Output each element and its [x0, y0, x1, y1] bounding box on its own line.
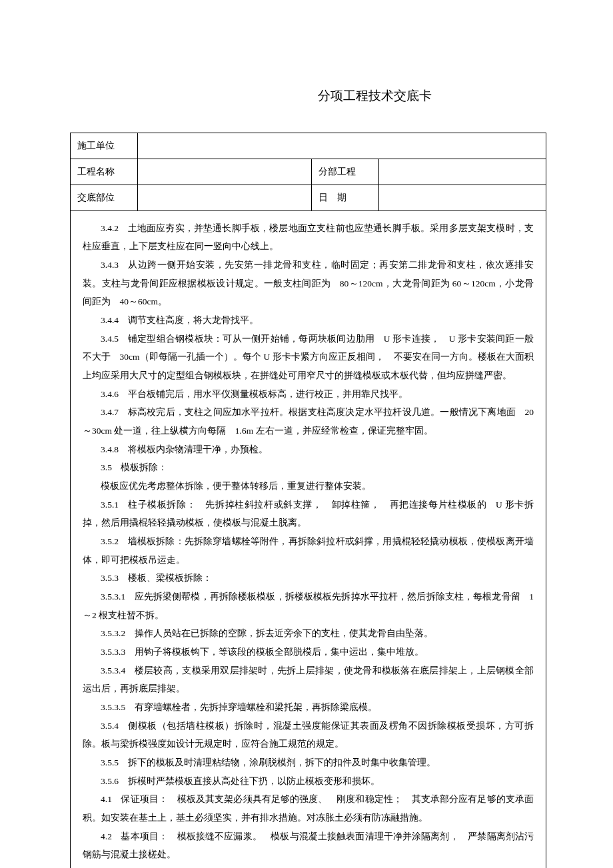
- para-3-5-3-5: 3.5.3.5 有穿墙螺栓者，先拆掉穿墙螺栓和梁托架，再拆除梁底模。: [83, 698, 534, 717]
- para-3-5-3: 3.5.3 楼板、梁模板拆除：: [83, 569, 534, 588]
- row-project-name: 工程名称 分部工程: [71, 159, 546, 185]
- para-3-5-4: 3.5.4 侧模板（包括墙柱模板）拆除时，混凝土强度能保证其表面及楞角不因拆除模…: [83, 717, 534, 753]
- para-3-4-8: 3.4.8 将模板内杂物清理干净，办预检。: [83, 440, 534, 459]
- para-4-1: 4.1 保证项目： 模板及其支架必须具有足够的强度、 刚度和稳定性； 其支承部分…: [83, 790, 534, 827]
- para-3-5-1: 3.5.1 柱子模板拆除： 先拆掉柱斜拉杆或斜支撑， 卸掉柱箍， 再把连接每片柱…: [83, 496, 534, 532]
- para-3-4-6: 3.4.6 平台板铺完后，用水平仪测量模板标高，进行校正，并用靠尺找平。: [83, 385, 534, 404]
- para-3-5-2: 3.5.2 墙模板拆除：先拆除穿墙螺栓等附件，再拆除斜拉杆或斜撑，用撬棍轻轻撬动…: [83, 532, 534, 569]
- label-subproject: 分部工程: [312, 159, 379, 185]
- value-subproject: [379, 159, 546, 185]
- value-construction-unit: [138, 133, 546, 159]
- para-3-4-3: 3.4.3 从边跨一侧开始安装，先安第一排龙骨和支柱，临时固定；再安第二排龙骨和…: [83, 256, 534, 311]
- row-disclosure-part: 交底部位 日 期: [71, 185, 546, 211]
- para-3-5-3-2: 3.5.3.2 操作人员站在已拆除的空隙，拆去近旁余下的支柱，使其龙骨自由坠落。: [83, 624, 534, 643]
- value-project-name: [138, 159, 312, 185]
- para-3-5-5: 3.5.5 拆下的模板及时清理粘结物，涂刷脱模剂，拆下的扣件及时集中收集管理。: [83, 753, 534, 772]
- para-3-5-3-3: 3.5.3.3 用钩子将模板钩下，等该段的模板全部脱模后，集中运出，集中堆放。: [83, 643, 534, 661]
- label-disclosure-part: 交底部位: [71, 185, 138, 211]
- para-4-2: 4.2 基本项目： 模板接缝不应漏浆。 模板与混凝土接触表面清理干净并涂隔离剂，…: [83, 827, 534, 864]
- value-date: [379, 185, 546, 211]
- value-disclosure-part: [138, 185, 312, 211]
- para-3-5-3-4: 3.5.3.4 楼层较高，支模采用双层排架时，先拆上层排架，使龙骨和模板落在底层…: [83, 661, 534, 698]
- row-construction-unit: 施工单位: [71, 133, 546, 159]
- form-table: 施工单位 工程名称 分部工程 交底部位 日 期 3.4.2 土地面应夯实，并垫通…: [70, 133, 546, 869]
- para-3-4-2: 3.4.2 土地面应夯实，并垫通长脚手板，楼层地面立支柱前也应垫通长脚手板。采用…: [83, 219, 534, 256]
- para-3-5a: 模板应优先考虑整体拆除，便于整体转移后，重复进行整体安装。: [83, 477, 534, 496]
- page-title: 分项工程技术交底卡: [70, 87, 546, 106]
- label-date: 日 期: [312, 185, 379, 211]
- row-body: 3.4.2 土地面应夯实，并垫通长脚手板，楼层地面立支柱前也应垫通长脚手板。采用…: [71, 211, 546, 868]
- label-construction-unit: 施工单位: [71, 133, 138, 159]
- label-project-name: 工程名称: [71, 159, 138, 185]
- para-3-5: 3.5 模板拆除：: [83, 458, 534, 477]
- para-3-4-7: 3.4.7 标高校完后，支柱之间应加水平拉杆。根据支柱高度决定水平拉杆设几道。一…: [83, 403, 534, 440]
- para-3-5-3-1: 3.5.3.1 应先拆梁侧帮模，再拆除楼板模板，拆楼板模板先拆掉水平拉杆，然后拆…: [83, 588, 534, 624]
- disclosure-body: 3.4.2 土地面应夯实，并垫通长脚手板，楼层地面立支柱前也应垫通长脚手板。采用…: [71, 211, 546, 868]
- para-3-5-6: 3.5.6 拆模时严禁模板直接从高处往下扔，以防止模板变形和损坏。: [83, 772, 534, 791]
- document-page: 分项工程技术交底卡 施工单位 工程名称 分部工程 交底部位 日 期 3.4.2 …: [0, 0, 613, 868]
- para-3-4-4: 3.4.4 调节支柱高度，将大龙骨找平。: [83, 311, 534, 330]
- para-3-4-5: 3.4.5 铺定型组合钢模板块：可从一侧开始铺，每两块板间边肋用 U 形卡连接，…: [83, 330, 534, 385]
